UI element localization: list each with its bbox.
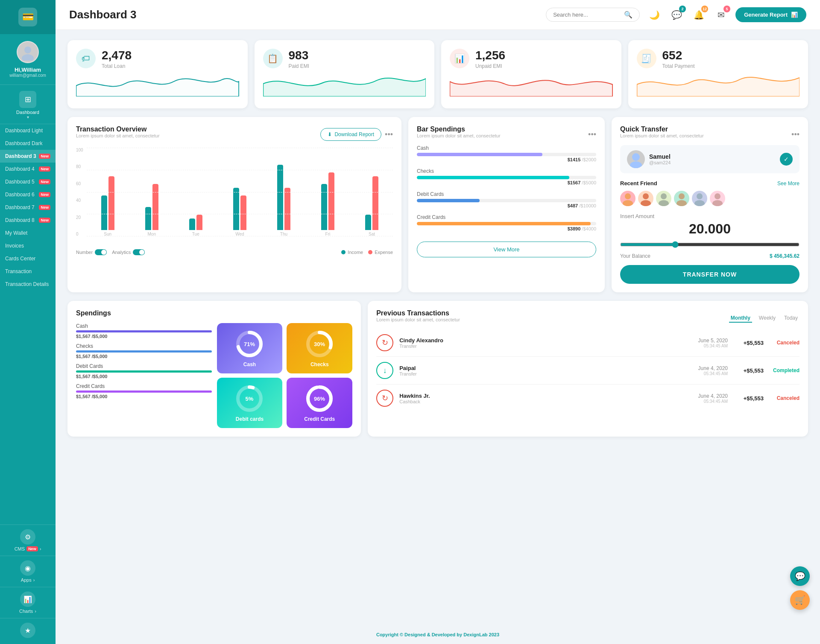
content: 🏷 2,478 Total Loan 📋 983 Paid EMI bbox=[56, 30, 820, 625]
amount-slider[interactable] bbox=[620, 241, 800, 248]
transfer-now-button[interactable]: TRANSFER NOW bbox=[620, 265, 800, 284]
search-box[interactable]: 🔍 bbox=[546, 8, 640, 22]
qt-header: Quick Transfer Lorem ipsum dolor sit ame… bbox=[620, 125, 800, 143]
bars-grid: Sun Mon bbox=[87, 148, 393, 246]
chart-bar-icon: 📊 bbox=[791, 12, 798, 18]
spending-checks-max: /$5000 bbox=[580, 180, 596, 185]
bar-thu-teal bbox=[277, 165, 283, 230]
x-label-tue: Tue bbox=[192, 232, 199, 236]
sidebar-item-transaction[interactable]: Transaction bbox=[0, 265, 56, 278]
sidebar-item-transaction-details[interactable]: Transaction Details bbox=[0, 278, 56, 291]
amount-display: 20.000 bbox=[620, 221, 800, 237]
legend-left: Number Analytics bbox=[76, 249, 145, 255]
spending-debit-bar-fill bbox=[417, 199, 480, 202]
stat-number-payment: 652 bbox=[662, 49, 695, 62]
sidebar-charts[interactable]: 📊 Charts › bbox=[0, 587, 56, 618]
bell-btn[interactable]: 🔔 12 bbox=[691, 7, 706, 23]
sidebar-item-dashboard5[interactable]: Dashboard 5 New bbox=[0, 175, 56, 188]
x-label-sat: Sat bbox=[369, 232, 375, 236]
download-report-button[interactable]: ⬇ Download Report bbox=[320, 128, 381, 141]
notification-btn[interactable]: 💬 2 bbox=[669, 7, 684, 23]
trans-icon-cindy: ↻ bbox=[376, 334, 393, 351]
donut-debit-label: Debit cards bbox=[236, 416, 264, 422]
more-options-button[interactable]: ••• bbox=[385, 130, 393, 139]
tab-weekly[interactable]: Weekly bbox=[757, 314, 777, 323]
sidebar-item-cards-center[interactable]: Cards Center bbox=[0, 252, 56, 265]
sidebar-item-dashboard7[interactable]: Dashboard 7 New bbox=[0, 201, 56, 214]
income-dot bbox=[341, 250, 346, 254]
stat-top: 🧾 652 Total Payment bbox=[637, 49, 800, 69]
qt-title: Quick Transfer bbox=[620, 125, 704, 133]
badge-new-5: New bbox=[39, 179, 50, 184]
theme-toggle-btn[interactable]: 🌙 bbox=[647, 7, 662, 23]
sidebar-apps[interactable]: ◉ Apps › bbox=[0, 556, 56, 587]
bar-mon-coral bbox=[152, 184, 158, 230]
fab-cart[interactable]: 🛒 bbox=[790, 590, 810, 610]
bar-group-wed: Wed bbox=[219, 153, 261, 236]
svg-point-9 bbox=[659, 200, 669, 206]
spending-debit: Debit Cards $487 /$10000 bbox=[417, 191, 596, 208]
spending-credit-bar-bg bbox=[417, 222, 596, 225]
user-greeting: Hi,William bbox=[15, 67, 41, 73]
fab-support[interactable]: 💬 bbox=[790, 566, 810, 586]
donut-credit-svg: 96% bbox=[305, 384, 334, 414]
trans-item-hawkins: ↻ Hawkins Jr. Cashback June 4, 2020 05:3… bbox=[376, 385, 800, 412]
tab-today[interactable]: Today bbox=[782, 314, 800, 323]
donut-credit: 96% Credit Cards bbox=[287, 378, 352, 428]
sidebar-item-my-wallet[interactable]: My Wallet bbox=[0, 227, 56, 239]
sidebar-cms[interactable]: ⚙ CMS New › bbox=[0, 525, 56, 556]
donut-checks: 30% Checks bbox=[287, 323, 352, 373]
bar-groups-row: Sun Mon bbox=[87, 148, 393, 246]
sidebar-logo[interactable]: 💳 bbox=[0, 0, 56, 34]
bars bbox=[233, 153, 246, 230]
analytics-toggle[interactable] bbox=[133, 249, 145, 255]
sidebar-item-invoices[interactable]: Invoices bbox=[0, 239, 56, 252]
friend-avatar-2[interactable] bbox=[638, 191, 653, 206]
x-label-mon: Mon bbox=[148, 232, 156, 236]
friend-avatar-4[interactable] bbox=[674, 191, 689, 206]
bar-spendings-card: Bar Spendings Lorem ipsum dolor sit amet… bbox=[408, 117, 605, 292]
friend-avatar-1[interactable] bbox=[620, 191, 636, 206]
page-title: Dashboard 3 bbox=[69, 8, 137, 21]
messages-badge: 5 bbox=[723, 6, 730, 12]
sidebar-item-dashboard-dark[interactable]: Dashboard Dark bbox=[0, 137, 56, 150]
friend-avatar-6[interactable] bbox=[710, 191, 725, 206]
view-more-button[interactable]: View More bbox=[417, 242, 596, 257]
spending-checks: Checks $1567 /$5000 bbox=[417, 168, 596, 185]
stat-top: 📋 983 Paid EMI bbox=[263, 49, 426, 69]
dashboard-nav-icon[interactable]: ⊞ Dashboard ▾ bbox=[0, 85, 56, 124]
charts-label: Charts › bbox=[19, 609, 36, 614]
sidebar-item-dashboard8[interactable]: Dashboard 8 New bbox=[0, 214, 56, 227]
qt-more-btn[interactable]: ••• bbox=[791, 130, 800, 139]
spendings-cash-amount: $1,567 /$5,000 bbox=[76, 334, 212, 339]
header-right: 🔍 🌙 💬 2 🔔 12 ✉ 5 Generate Report 📊 bbox=[546, 7, 806, 23]
spendings-title: Spendings bbox=[76, 309, 352, 317]
stat-number-loan: 2,478 bbox=[102, 49, 132, 62]
messages-btn[interactable]: ✉ 5 bbox=[713, 7, 729, 23]
bars bbox=[321, 153, 334, 230]
number-toggle[interactable] bbox=[95, 249, 107, 255]
avatar bbox=[17, 41, 39, 63]
chart-legend-row: Number Analytics Income bbox=[76, 249, 393, 255]
sidebar-item-dashboard3[interactable]: Dashboard 3 New bbox=[0, 150, 56, 163]
friend-avatar-3[interactable] bbox=[656, 191, 671, 206]
trans-status-cindy: Canceled bbox=[770, 340, 800, 346]
see-more-link[interactable]: See More bbox=[777, 181, 800, 186]
legend-income: Income bbox=[341, 250, 363, 255]
tab-monthly[interactable]: Monthly bbox=[729, 314, 752, 323]
spending-credit: Credit Cards $3890 /$4000 bbox=[417, 214, 596, 231]
friend-avatar-5[interactable] bbox=[692, 191, 707, 206]
sidebar-item-dashboard-light[interactable]: Dashboard Light bbox=[0, 124, 56, 137]
svg-point-15 bbox=[712, 200, 723, 206]
qt-avatar bbox=[627, 150, 645, 168]
donut-debit: 5% Debit cards bbox=[217, 378, 283, 428]
svg-point-12 bbox=[697, 193, 703, 199]
trans-date-hawkins-block: June 4, 2020 05:34:45 AM bbox=[698, 393, 728, 404]
sidebar-extra[interactable]: ★ bbox=[0, 618, 56, 644]
sidebar-item-dashboard6[interactable]: Dashboard 6 New bbox=[0, 188, 56, 201]
generate-report-button[interactable]: Generate Report 📊 bbox=[735, 7, 806, 22]
sidebar-item-dashboard4[interactable]: Dashboard 4 New bbox=[0, 163, 56, 175]
qt-check-icon[interactable]: ✓ bbox=[780, 153, 793, 166]
search-input[interactable] bbox=[553, 12, 621, 18]
bar-spendings-more-btn[interactable]: ••• bbox=[588, 130, 596, 139]
